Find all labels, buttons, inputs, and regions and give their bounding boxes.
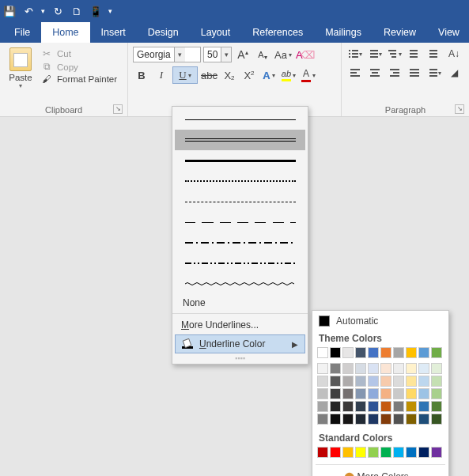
color-swatch[interactable] [380, 388, 391, 399]
justify-button[interactable] [406, 65, 423, 81]
color-swatch[interactable] [393, 363, 404, 374]
color-swatch[interactable] [355, 363, 366, 374]
tab-view[interactable]: View [427, 22, 469, 43]
sort-button[interactable]: A↓ [445, 46, 463, 62]
decrease-font-size-button[interactable]: A▾ [254, 46, 271, 63]
color-swatch[interactable] [380, 401, 391, 412]
color-swatch[interactable] [406, 363, 417, 374]
color-swatch[interactable] [330, 414, 341, 425]
color-swatch[interactable] [431, 447, 442, 458]
tab-review[interactable]: Review [373, 22, 427, 43]
format-painter-button[interactable]: 🖌 Format Painter [41, 74, 117, 84]
color-swatch[interactable] [330, 363, 341, 374]
touch-mode-icon[interactable]: 📱 [89, 6, 102, 17]
color-swatch[interactable] [431, 347, 442, 358]
underline-long-dash[interactable] [175, 212, 305, 232]
new-doc-icon[interactable]: 🗋 [70, 6, 83, 17]
color-swatch[interactable] [368, 401, 379, 412]
color-swatch[interactable] [406, 376, 417, 387]
color-swatch[interactable] [393, 347, 404, 358]
underline-double[interactable] [175, 130, 305, 150]
color-swatch[interactable] [418, 363, 429, 374]
bold-button[interactable]: B [133, 66, 150, 84]
align-center-button[interactable] [366, 65, 384, 81]
align-left-button[interactable] [346, 65, 364, 81]
tab-insert[interactable]: Insert [90, 22, 137, 43]
color-swatch[interactable] [368, 447, 379, 458]
color-swatch[interactable] [418, 388, 429, 399]
multilevel-list-button[interactable]: ▾ [386, 46, 403, 62]
color-swatch[interactable] [355, 414, 366, 425]
color-swatch[interactable] [355, 376, 366, 387]
color-swatch[interactable] [342, 388, 354, 399]
color-swatch[interactable] [380, 447, 391, 458]
color-swatch[interactable] [393, 414, 404, 425]
color-swatch[interactable] [431, 388, 442, 399]
copy-button[interactable]: ⧉ Copy [41, 62, 117, 72]
color-swatch[interactable] [393, 376, 404, 387]
color-swatch[interactable] [342, 347, 354, 358]
underline-none[interactable]: None [175, 294, 305, 312]
color-swatch[interactable] [380, 376, 391, 387]
chevron-down-icon[interactable]: ▾ [174, 47, 185, 62]
color-swatch[interactable] [406, 447, 417, 458]
color-swatch[interactable] [368, 414, 379, 425]
redo-icon[interactable]: ↻ [51, 6, 64, 17]
qat-customize-dropdown[interactable]: ▾ [108, 7, 112, 15]
superscript-button[interactable]: X2 [240, 66, 258, 84]
numbering-button[interactable]: ▾ [366, 46, 384, 62]
color-swatch[interactable] [317, 347, 328, 358]
color-swatch[interactable] [330, 376, 341, 387]
line-spacing-button[interactable]: ▾ [426, 65, 443, 81]
color-swatch[interactable] [317, 363, 328, 374]
underline-color-submenu[interactable]: Underline Color ▶ [175, 334, 305, 353]
color-swatch[interactable] [368, 363, 379, 374]
tab-home[interactable]: Home [41, 22, 89, 43]
underline-dotted[interactable] [175, 171, 305, 191]
color-automatic[interactable]: Automatic [317, 314, 444, 331]
strikethrough-button[interactable]: abc [200, 66, 218, 84]
underline-button[interactable]: U▾ [172, 66, 198, 84]
increase-indent-button[interactable] [426, 46, 443, 62]
tab-file[interactable]: File [3, 22, 41, 43]
more-underlines[interactable]: More Underlines... [175, 315, 305, 334]
highlight-color-button[interactable]: ab ▾ [280, 66, 297, 84]
save-icon[interactable]: 💾 [3, 6, 16, 17]
color-swatch[interactable] [368, 376, 379, 387]
increase-font-size-button[interactable]: A▴ [234, 46, 252, 63]
color-swatch[interactable] [317, 414, 328, 425]
tab-layout[interactable]: Layout [190, 22, 242, 43]
clipboard-dialog-launcher[interactable]: ↘ [113, 104, 123, 114]
bullets-button[interactable]: ▾ [346, 46, 364, 62]
undo-dropdown[interactable]: ▾ [41, 7, 45, 15]
subscript-button[interactable]: X2 [221, 66, 238, 84]
color-swatch[interactable] [368, 347, 379, 358]
color-swatch[interactable] [431, 376, 442, 387]
color-swatch[interactable] [355, 447, 366, 458]
text-effects-button[interactable]: A▾ [260, 66, 278, 84]
color-swatch[interactable] [406, 347, 417, 358]
color-swatch[interactable] [330, 388, 341, 399]
color-swatch[interactable] [431, 401, 442, 412]
italic-button[interactable]: I [153, 66, 170, 84]
color-swatch[interactable] [317, 401, 328, 412]
color-swatch[interactable] [380, 363, 391, 374]
color-swatch[interactable] [418, 376, 429, 387]
decrease-indent-button[interactable] [406, 46, 423, 62]
color-swatch[interactable] [355, 401, 366, 412]
paste-button[interactable]: Paste ▾ [5, 46, 36, 89]
color-swatch[interactable] [380, 347, 391, 358]
color-swatch[interactable] [380, 414, 391, 425]
tab-references[interactable]: References [241, 22, 314, 43]
underline-thick[interactable] [175, 150, 305, 171]
color-swatch[interactable] [355, 347, 366, 358]
color-swatch[interactable] [406, 388, 417, 399]
color-swatch[interactable] [393, 447, 404, 458]
color-swatch[interactable] [418, 414, 429, 425]
align-right-button[interactable] [386, 65, 403, 81]
clear-formatting-button[interactable]: A⌫ [295, 46, 318, 63]
color-swatch[interactable] [418, 401, 429, 412]
color-swatch[interactable] [330, 347, 341, 358]
underline-wave[interactable] [175, 274, 305, 294]
tab-design[interactable]: Design [137, 22, 190, 43]
